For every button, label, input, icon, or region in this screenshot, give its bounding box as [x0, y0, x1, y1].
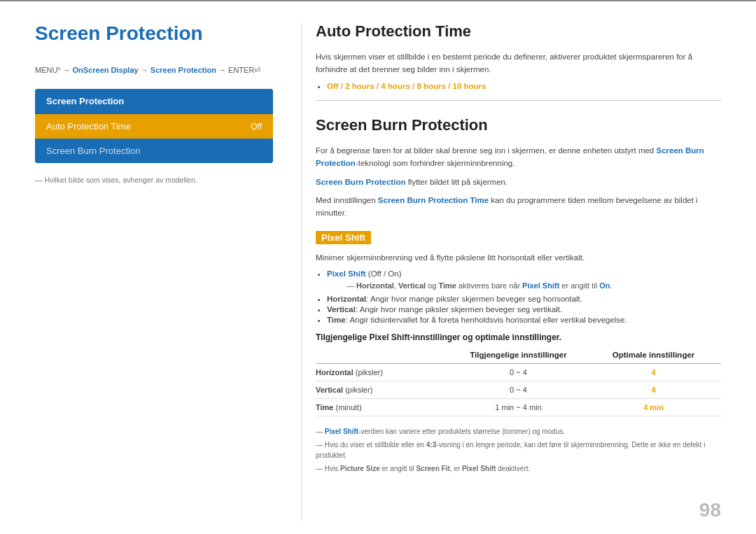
bullet-vertical-bold: Vertical	[327, 305, 356, 314]
menu-item-label: Auto Protection Time	[46, 121, 131, 132]
table-row-horizontal-label: Horizontal (piksler)	[316, 368, 451, 377]
breadcrumb-symbol: ⁵	[57, 66, 60, 74]
section2-desc2-bold: Screen Burn Protection	[316, 178, 405, 186]
breadcrumb-item2: Screen Protection	[150, 66, 216, 74]
footnote-3: Hvis Picture Size er angitt til Screen F…	[316, 463, 721, 474]
pixel-shift-desc: Minimer skjerminnbrenning ved å flytte p…	[316, 251, 721, 264]
section2-desc3-bold: Screen Burn Protection Time	[378, 196, 489, 204]
menu-box-header: Screen Protection	[35, 89, 273, 114]
footnote-3-pixelshift: Pixel Shift	[462, 465, 496, 472]
bullet-pixel-shift-bold: Pixel Shift	[327, 269, 366, 278]
table-col2-header: Tilgjengelige innstillinger	[451, 351, 586, 359]
table-row-time-label: Time (minutt)	[316, 403, 451, 412]
footnote-2: Hvis du viser et stillbilde eller en 4:3…	[316, 440, 721, 461]
menu-item-value: Off	[251, 122, 262, 132]
left-panel: Screen Protection MENU⁵ → OnScreen Displ…	[35, 22, 301, 521]
table-row-time: Time (minutt) 1 min ~ 4 min 4 min	[316, 399, 721, 416]
bullet-horizontal-bold: Horizontal	[327, 295, 366, 303]
section2-desc1: For å begrense faren for at bilder skal …	[316, 144, 721, 170]
table-horizontal-bold: Horizontal	[316, 368, 354, 377]
table-horizontal-optimal: 4	[586, 368, 721, 377]
bullet-vertical: Vertical: Angir hvor mange piksler skjer…	[327, 305, 721, 314]
table-col1-header	[316, 351, 451, 359]
table-vertical-bold: Vertical	[316, 386, 343, 394]
table-time-plain: (minutt)	[333, 403, 361, 412]
section1-options: Off / 2 hours / 4 hours / 8 hours / 10 h…	[327, 82, 721, 90]
section2-desc2: Screen Burn Protection flytter bildet li…	[316, 176, 721, 188]
table-time-bold: Time	[316, 403, 333, 412]
section1-description: Hvis skjermen viser et stillbilde i en b…	[316, 50, 721, 76]
section1-options-list: Off / 2 hours / 4 hours / 8 hours / 10 h…	[327, 82, 721, 90]
breadcrumb-arrow1: →	[62, 66, 72, 74]
footnote-3-screenfit: Screen Fit	[416, 465, 449, 472]
left-footnote: — Hvilket bilde som vises, avhenger av m…	[35, 176, 273, 184]
table-col3-header: Optimale innstillinger	[586, 351, 721, 359]
section1-title: Auto Protection Time	[316, 22, 721, 41]
breadcrumb-item1: OnScreen Display	[73, 66, 139, 74]
footnote-1-bold: Pixel Shift	[325, 428, 358, 435]
section1-options-text: Off / 2 hours / 4 hours / 8 hours / 10 h…	[327, 82, 486, 90]
footnote-1-text: -verdien kan variere etter produktets st…	[358, 428, 565, 435]
sub-bullet-horizontal-vertical: Horizontal, Vertical og Time aktiveres b…	[346, 280, 721, 292]
right-panel: Auto Protection Time Hvis skjermen viser…	[301, 22, 721, 521]
bullet-vertical-text: : Angir hvor mange piksler skjermen beve…	[356, 305, 562, 314]
pixel-shift-bullets: Pixel Shift (Off / On) Horizontal, Verti…	[327, 269, 721, 324]
table-time-optimal: 4 min	[586, 403, 721, 412]
footnote-1: Pixel Shift-verdien kan variere etter pr…	[316, 426, 721, 437]
table-row-vertical-label: Vertical (piksler)	[316, 386, 451, 394]
menu-box: Screen Protection Auto Protection Time O…	[35, 89, 273, 163]
footnote-2-bold: 4:3	[426, 441, 436, 449]
section-divider	[316, 100, 721, 101]
footnotes-section: Pixel Shift-verdien kan variere etter pr…	[316, 426, 721, 474]
section2-desc1-suffix: -teknologi som forhindrer skjerminnbrenn…	[356, 159, 515, 167]
table-section-title: Tilgjengelige Pixel Shift-innstillinger …	[316, 332, 721, 342]
table-row-horizontal: Horizontal (piksler) 0 ~ 4 4	[316, 364, 721, 381]
table-horizontal-plain: (piksler)	[354, 368, 383, 377]
breadcrumb-prefix: MENU	[35, 66, 57, 74]
section2-desc1-plain: For å begrense faren for at bilder skal …	[316, 146, 656, 155]
bullet-pixel-shift: Pixel Shift (Off / On)	[327, 269, 721, 278]
table-vertical-optimal: 4	[586, 386, 721, 394]
page-number: 98	[699, 499, 721, 521]
bullet-time: Time: Angir tidsintervallet for å foreta…	[327, 316, 721, 324]
table-vertical-plain: (piksler)	[343, 386, 372, 394]
bullet-pixel-shift-text: (Off / On)	[366, 269, 402, 278]
section2-title: Screen Burn Protection	[316, 116, 721, 134]
sub-bullet-rest: , Vertical og Time aktiveres bare når Pi…	[394, 281, 612, 290]
breadcrumb-item3: ENTER⏎	[228, 66, 260, 74]
breadcrumb-arrow3: →	[218, 66, 228, 74]
table-vertical-available: 0 ~ 4	[451, 386, 586, 394]
bullet-time-bold: Time	[327, 316, 346, 324]
table-row-vertical: Vertical (piksler) 0 ~ 4 4	[316, 381, 721, 399]
section2-desc3: Med innstillingen Screen Burn Protection…	[316, 194, 721, 220]
table-horizontal-available: 0 ~ 4	[451, 368, 586, 377]
bullet-time-text: : Angir tidsintervallet for å foreta hen…	[346, 316, 627, 324]
breadcrumb: MENU⁵ → OnScreen Display → Screen Protec…	[35, 66, 273, 75]
footnote-3-picturesize: Picture Size	[340, 465, 380, 472]
left-title: Screen Protection	[35, 22, 273, 45]
breadcrumb-arrow2: →	[141, 66, 150, 74]
table-header: Tilgjengelige innstillinger Optimale inn…	[316, 346, 721, 364]
bullet-horizontal-text: : Angir hvor mange piksler skjermen beve…	[366, 295, 582, 303]
pixel-shift-badge: Pixel Shift	[316, 231, 371, 244]
table-time-available: 1 min ~ 4 min	[451, 403, 586, 412]
section2-desc2-suffix: flytter bildet litt på skjermen.	[405, 178, 507, 186]
section2-desc3-plain: Med innstillingen	[316, 196, 378, 204]
menu-item-auto-protection[interactable]: Auto Protection Time Off	[35, 114, 273, 139]
bullet-horizontal: Horizontal: Angir hvor mange piksler skj…	[327, 295, 721, 303]
menu-item-screen-burn[interactable]: Screen Burn Protection	[35, 139, 273, 163]
sub-bullet-text: Horizontal	[356, 281, 394, 290]
